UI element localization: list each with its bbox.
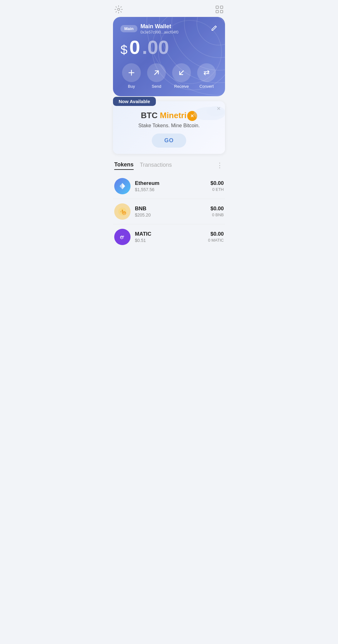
convert-label: Convert xyxy=(199,84,214,89)
balance-whole: 0 xyxy=(129,38,140,57)
token-item-matic[interactable]: ⬡ MATIC $0.51 $0.00 0 MATIC xyxy=(113,224,225,249)
settings-icon[interactable] xyxy=(114,5,123,14)
banner-wrapper: Now Available ✕ BTC Minetri✕ Stake Token… xyxy=(113,101,225,154)
top-bar xyxy=(108,0,230,17)
btc-text: BTC xyxy=(141,111,157,120)
svg-point-6 xyxy=(184,17,225,58)
bnb-usd: $0.00 xyxy=(210,206,224,212)
wallet-header-left: Main Main Wallet 0x3e57c990...aecf04f0 xyxy=(120,23,178,34)
tab-transactions[interactable]: Transactions xyxy=(140,162,172,170)
send-icon-circle xyxy=(147,63,166,82)
bnb-name: BNB xyxy=(135,206,206,212)
minetrix-text: Minetri xyxy=(160,111,187,120)
token-list: Ethereum $1,557.56 $0.00 0 ETH ⬡ BNB xyxy=(108,171,230,252)
wallet-address: 0x3e57c990...aecf04f0 xyxy=(141,30,178,34)
svg-rect-1 xyxy=(216,6,218,8)
bnb-amount: 0 BNB xyxy=(210,212,224,217)
svg-point-17 xyxy=(206,106,225,116)
eth-info: Ethereum $1,557.56 xyxy=(135,180,206,192)
wallet-header: Main Main Wallet 0x3e57c990...aecf04f0 xyxy=(120,23,218,34)
svg-point-7 xyxy=(172,17,225,70)
buy-button[interactable]: Buy xyxy=(120,63,142,89)
token-item-eth[interactable]: Ethereum $1,557.56 $0.00 0 ETH xyxy=(113,174,225,199)
bnb-balance: $0.00 0 BNB xyxy=(210,206,224,217)
banner-card: ✕ BTC Minetri✕ Stake Tokens. Mine Bitcoi… xyxy=(113,101,225,154)
receive-label: Receive xyxy=(174,84,189,89)
matic-usd: $0.00 xyxy=(208,231,224,237)
banner-subtitle: Stake Tokens. Mine Bitcoin. xyxy=(119,123,219,128)
balance-decimal: .00 xyxy=(142,38,169,57)
svg-line-13 xyxy=(180,71,183,75)
receive-icon-circle xyxy=(172,63,191,82)
svg-rect-4 xyxy=(220,10,223,13)
svg-line-12 xyxy=(155,71,158,75)
eth-name: Ethereum xyxy=(135,180,206,186)
now-available-tag: Now Available xyxy=(113,97,156,106)
svg-marker-18 xyxy=(120,183,122,187)
buy-icon-circle xyxy=(122,63,141,82)
wallet-name-block: Main Wallet 0x3e57c990...aecf04f0 xyxy=(141,23,178,34)
edit-wallet-icon[interactable] xyxy=(211,25,218,33)
matic-price: $0.51 xyxy=(135,238,204,243)
matic-info: MATIC $0.51 xyxy=(135,231,204,243)
action-buttons: Buy Send Receive xyxy=(120,63,218,89)
eth-icon xyxy=(114,178,131,194)
svg-point-0 xyxy=(118,8,120,11)
eth-amount: 0 ETH xyxy=(210,187,224,192)
svg-point-8 xyxy=(159,17,225,83)
svg-text:⬡: ⬡ xyxy=(123,212,125,214)
matic-icon: ⬡ xyxy=(114,229,131,245)
eth-balance: $0.00 0 ETH xyxy=(210,180,224,192)
balance-dollar-sign: $ xyxy=(120,43,127,57)
banner-clouds xyxy=(187,101,225,121)
bnb-price: $205.20 xyxy=(135,212,206,217)
send-label: Send xyxy=(152,84,161,89)
svg-text:⬡: ⬡ xyxy=(120,235,123,240)
tab-tokens[interactable]: Tokens xyxy=(114,161,134,170)
eth-price: $1,557.56 xyxy=(135,187,206,192)
tabs-more-icon[interactable]: ⋮ xyxy=(216,162,224,169)
tabs-row: Tokens Transactions ⋮ xyxy=(108,159,230,171)
svg-rect-3 xyxy=(216,10,218,13)
svg-rect-2 xyxy=(220,6,223,8)
matic-balance: $0.00 0 MATIC xyxy=(208,231,224,243)
go-button[interactable]: GO xyxy=(152,134,186,148)
balance-row: $ 0 .00 xyxy=(120,38,218,57)
convert-icon-circle xyxy=(197,63,216,82)
receive-button[interactable]: Receive xyxy=(171,63,192,89)
matic-name: MATIC xyxy=(135,231,204,237)
svg-point-5 xyxy=(197,17,225,45)
matic-amount: 0 MATIC xyxy=(208,238,224,243)
convert-button[interactable]: Convert xyxy=(196,63,218,89)
token-item-bnb[interactable]: ⬡ BNB $205.20 $0.00 0 BNB xyxy=(113,199,225,224)
bnb-icon: ⬡ xyxy=(114,203,131,220)
svg-marker-19 xyxy=(122,183,125,187)
scan-icon[interactable] xyxy=(215,5,224,14)
wallet-name: Main Wallet xyxy=(141,23,178,30)
eth-usd: $0.00 xyxy=(210,180,224,186)
buy-label: Buy xyxy=(128,84,135,89)
bnb-info: BNB $205.20 xyxy=(135,206,206,217)
wallet-badge: Main xyxy=(120,25,137,32)
send-button[interactable]: Send xyxy=(146,63,167,89)
wallet-card: Main Main Wallet 0x3e57c990...aecf04f0 $… xyxy=(113,17,225,96)
